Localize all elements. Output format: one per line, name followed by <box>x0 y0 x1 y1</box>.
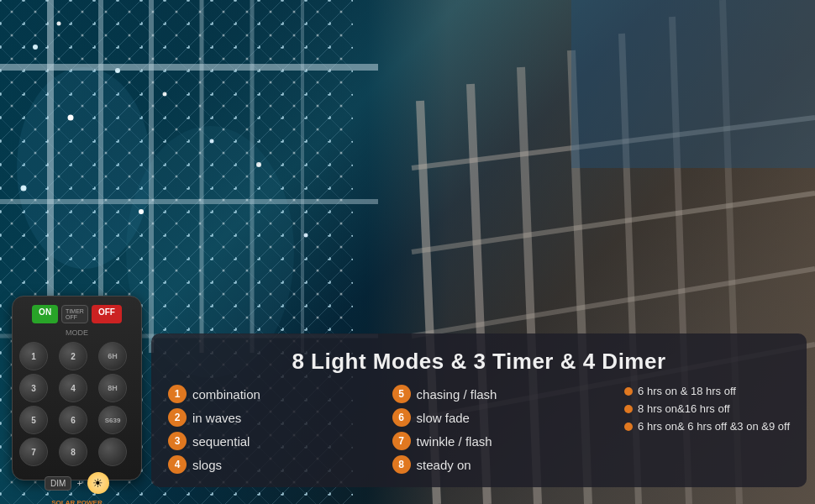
mode-item-3: 3 sequential <box>168 432 392 450</box>
timer-item-3: 6 hrs on& 6 hrs off &3 on &9 off <box>624 420 790 433</box>
remote-off-button[interactable]: OFF <box>92 305 122 323</box>
remote-btn-8[interactable]: 8 <box>59 438 87 466</box>
timer-label-1: 6 hrs on & 18 hrs off <box>638 385 736 397</box>
remote-control: ON TIMEROFF OFF MODE 1 2 6H 3 4 8H 5 6 S… <box>12 296 142 480</box>
remote-bright-button[interactable]: ☀ <box>87 472 109 494</box>
mode-label-6: slow fade <box>417 411 470 425</box>
remote-btn-4[interactable]: 4 <box>59 374 87 402</box>
mode-col-left: 1 combination 2 in waves 3 sequential 4 … <box>168 385 392 474</box>
timer-dot-2 <box>624 405 633 413</box>
panel-title: 8 Light Modes & 3 Timer & 4 Dimer <box>168 349 790 375</box>
remote-logo: SOLAR POWER <box>51 499 102 504</box>
mode-label-4: slogs <box>192 458 222 472</box>
remote-brand: SOLAR POWER <box>51 499 102 504</box>
remote-btn-5[interactable]: 5 <box>19 406 48 434</box>
timer-dot-3 <box>624 423 633 431</box>
remote-btn-s639[interactable]: S639 <box>98 406 127 434</box>
mode-item-8: 8 steady on <box>392 455 617 474</box>
remote-btn-6[interactable]: 6 <box>59 406 87 434</box>
mode-item-7: 7 twinkle / flash <box>392 432 617 450</box>
mode-label-3: sequential <box>192 434 250 449</box>
mode-number-7: 7 <box>392 432 411 450</box>
remote-btn-2[interactable]: 2 <box>59 342 87 370</box>
mode-number-6: 6 <box>392 408 411 427</box>
mode-number-1: 1 <box>168 385 187 403</box>
panel-content: 1 combination 2 in waves 3 sequential 4 … <box>168 385 790 474</box>
remote-btn-8h[interactable]: 8H <box>98 374 127 402</box>
mode-number-4: 4 <box>168 455 187 474</box>
timer-column: 6 hrs on & 18 hrs off 8 hrs on&16 hrs of… <box>624 385 790 433</box>
remote-mode-label: MODE <box>66 328 88 337</box>
modes-columns: 1 combination 2 in waves 3 sequential 4 … <box>168 385 616 474</box>
mode-label-1: combination <box>192 387 260 402</box>
mode-label-2: in waves <box>192 411 241 425</box>
mode-number-3: 3 <box>168 432 187 450</box>
mode-item-1: 1 combination <box>168 385 392 403</box>
remote-top-row: ON TIMEROFF OFF <box>32 305 122 323</box>
remote-plus-label: + <box>76 478 82 488</box>
mode-label-5: chasing / flash <box>417 387 497 402</box>
remote-timer-button[interactable]: TIMEROFF <box>61 305 88 323</box>
mode-number-8: 8 <box>392 455 411 474</box>
remote-btn-empty <box>98 438 127 466</box>
timer-dot-1 <box>624 387 633 396</box>
remote-btn-3[interactable]: 3 <box>19 374 48 402</box>
timer-label-3: 6 hrs on& 6 hrs off &3 on &9 off <box>638 420 790 433</box>
mode-col-right: 5 chasing / flash 6 slow fade 7 twinkle … <box>392 385 617 474</box>
mode-item-6: 6 slow fade <box>392 408 617 427</box>
remote-bottom-row: DIM + ☀ <box>45 472 109 494</box>
mode-label-8: steady on <box>417 458 471 472</box>
remote-dim-button[interactable]: DIM <box>45 476 71 491</box>
mode-item-5: 5 chasing / flash <box>392 385 617 403</box>
info-panel: 8 Light Modes & 3 Timer & 4 Dimer 1 comb… <box>151 333 807 487</box>
remote-btn-7[interactable]: 7 <box>19 438 48 466</box>
timer-item-2: 8 hrs on&16 hrs off <box>624 402 790 415</box>
remote-button-grid: 1 2 6H 3 4 8H 5 6 S639 7 8 <box>19 342 134 466</box>
timer-label-2: 8 hrs on&16 hrs off <box>638 402 730 415</box>
mode-number-2: 2 <box>168 408 187 427</box>
svg-line-35 <box>412 269 815 336</box>
remote-on-button[interactable]: ON <box>32 305 58 323</box>
remote-btn-1[interactable]: 1 <box>19 342 48 370</box>
svg-rect-37 <box>571 0 815 168</box>
mode-item-4: 4 slogs <box>168 455 392 474</box>
mode-item-2: 2 in waves <box>168 408 392 427</box>
timer-item-1: 6 hrs on & 18 hrs off <box>624 385 790 397</box>
mode-number-5: 5 <box>392 385 411 403</box>
mode-label-7: twinkle / flash <box>417 434 492 449</box>
remote-btn-6h[interactable]: 6H <box>98 342 127 370</box>
